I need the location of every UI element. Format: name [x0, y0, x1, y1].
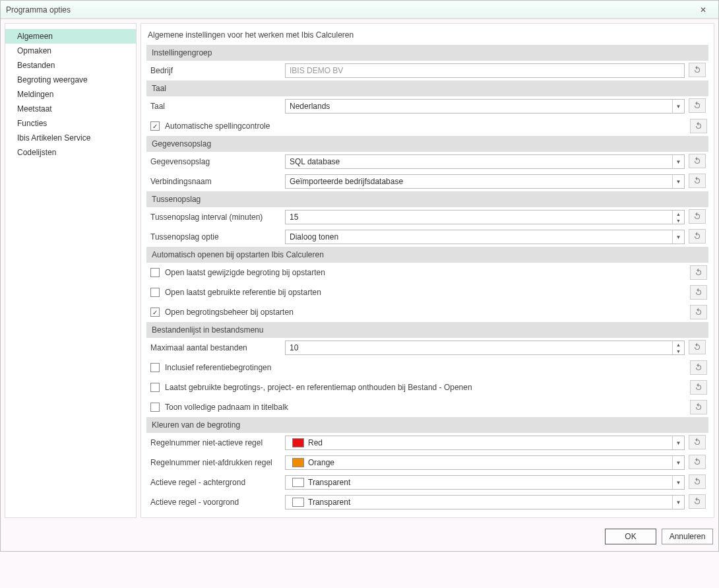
input-bedrijf[interactable]: IBIS DEMO BV — [285, 63, 685, 78]
color-swatch-transparent — [292, 478, 304, 487]
sidebar-item-meetstaat[interactable]: Meetstaat — [5, 102, 136, 116]
label-tussenopslag-optie: Tussenopslag optie — [146, 232, 285, 242]
dropdown-kleur-actief-bg[interactable]: Transparent ▼ — [285, 475, 685, 490]
reset-spellingcontrole[interactable] — [690, 119, 707, 133]
chevron-down-icon[interactable]: ▼ — [672, 436, 684, 449]
sidebar-item-begroting-weergave[interactable]: Begroting weergave — [5, 73, 136, 87]
reset-kleur-niet-actief[interactable] — [689, 435, 706, 449]
cancel-button[interactable]: Annuleren — [662, 529, 713, 544]
label-onthoud-map: Laatst gebruikte begrotings-, project- e… — [165, 383, 690, 392]
color-swatch-red — [292, 438, 304, 447]
group-kleuren: Kleuren van de begroting — [146, 417, 708, 433]
reset-kleur-niet-afdrukken[interactable] — [689, 455, 706, 469]
reset-open-begrotingsbeheer[interactable] — [690, 305, 707, 319]
window-title: Programma opties — [6, 5, 693, 15]
reset-interval[interactable] — [689, 209, 706, 224]
dropdown-store-value: SQL database — [290, 157, 672, 166]
spin-up-icon[interactable]: ▲ — [673, 341, 684, 348]
sidebar: Algemeen Opmaken Bestanden Begroting wee… — [5, 23, 137, 518]
spin-up-icon[interactable]: ▲ — [673, 211, 684, 217]
group-gegevensopslag: Gegevensopslag — [146, 136, 708, 152]
label-store: Gegevensopslag — [146, 157, 285, 166]
dropdown-taal-value: Nederlands — [290, 102, 672, 111]
sidebar-item-opmaken[interactable]: Opmaken — [5, 44, 136, 58]
dropdown-kleur-actief-fg[interactable]: Transparent ▼ — [285, 495, 685, 509]
sidebar-item-ibis-artikelen[interactable]: Ibis Artikelen Service — [5, 131, 136, 145]
color-swatch-orange — [292, 458, 304, 467]
label-interval: Tussenopslag interval (minuten) — [146, 212, 285, 222]
checkbox-open-laatst-referentie[interactable] — [150, 288, 160, 297]
sidebar-item-codelijsten[interactable]: Codelijsten — [5, 145, 136, 160]
reset-bedrijf[interactable] — [689, 63, 706, 77]
group-auto-open: Automatisch openen bij opstarten Ibis Ca… — [146, 247, 708, 263]
color-swatch-transparent — [292, 498, 304, 507]
chevron-down-icon[interactable]: ▼ — [672, 230, 684, 244]
spin-down-icon[interactable]: ▼ — [673, 348, 684, 354]
label-volledige-padnaam: Toon volledige padnaam in titelbalk — [165, 403, 690, 412]
color-value: Red — [308, 438, 668, 447]
dropdown-kleur-niet-afdrukken[interactable]: Orange ▼ — [285, 455, 685, 470]
label-conn: Verbindingsnaam — [146, 177, 285, 186]
label-kleur-actief-bg: Actieve regel - achtergrond — [146, 478, 285, 487]
reset-incl-referentie[interactable] — [690, 360, 707, 375]
label-open-laatst-referentie: Open laatst gebruikte referentie bij ops… — [165, 288, 690, 297]
sidebar-item-meldingen[interactable]: Meldingen — [5, 87, 136, 102]
label-open-laatst-begroting: Open laatst gewijzigde begroting bij ops… — [165, 268, 690, 277]
reset-open-laatst-referentie[interactable] — [690, 285, 707, 300]
ok-button[interactable]: OK — [605, 529, 656, 544]
dropdown-taal[interactable]: Nederlands ▼ — [285, 99, 685, 114]
reset-kleur-actief-bg[interactable] — [689, 474, 706, 489]
reset-optie[interactable] — [689, 229, 706, 244]
label-spellingcontrole: Automatische spellingcontrole — [165, 121, 690, 131]
label-kleur-niet-actief: Regelnummer niet-actieve regel — [146, 438, 285, 447]
footer: OK Annuleren — [1, 522, 718, 551]
label-max-bestanden: Maximaal aantal bestanden — [146, 343, 285, 352]
checkbox-open-begrotingsbeheer[interactable] — [150, 308, 160, 317]
spin-max-bestanden[interactable]: 10 ▲ ▼ — [285, 341, 685, 355]
titlebar: Programma opties ✕ — [1, 1, 718, 19]
sidebar-item-bestanden[interactable]: Bestanden — [5, 58, 136, 73]
sidebar-item-functies[interactable]: Functies — [5, 116, 136, 131]
chevron-down-icon[interactable]: ▼ — [672, 456, 684, 469]
reset-max-bestanden[interactable] — [689, 340, 706, 354]
dropdown-kleur-niet-actief[interactable]: Red ▼ — [285, 436, 685, 450]
label-kleur-niet-afdrukken: Regelnummer niet-afdrukken regel — [146, 458, 285, 467]
reset-volledige-padnaam[interactable] — [690, 400, 707, 414]
spin-interval[interactable]: 15 ▲ ▼ — [285, 210, 685, 224]
group-bestandenlijst: Bestandenlijst in bestandsmenu — [146, 322, 708, 338]
color-value: Transparent — [308, 478, 668, 487]
group-tussenopslag: Tussenopslag — [146, 191, 708, 207]
spin-interval-value: 15 — [290, 212, 672, 222]
dropdown-tussenopslag-optie[interactable]: Dialoog tonen ▼ — [285, 230, 685, 244]
label-open-begrotingsbeheer: Open begrotingsbeheer bij opstarten — [165, 308, 690, 317]
intro-text: Algemene instellingen voor het werken me… — [146, 28, 708, 45]
checkbox-volledige-padnaam[interactable] — [150, 403, 160, 412]
close-icon[interactable]: ✕ — [693, 3, 713, 16]
checkbox-onthoud-map[interactable] — [150, 383, 160, 392]
chevron-down-icon[interactable]: ▼ — [672, 155, 684, 168]
label-incl-referentie: Inclusief referentiebegrotingen — [165, 363, 690, 372]
chevron-down-icon[interactable]: ▼ — [672, 496, 684, 509]
sidebar-item-algemeen[interactable]: Algemeen — [5, 29, 136, 44]
group-taal: Taal — [146, 81, 708, 96]
chevron-down-icon[interactable]: ▼ — [672, 100, 684, 113]
reset-open-laatst-begroting[interactable] — [690, 265, 707, 280]
checkbox-open-laatst-begroting[interactable] — [150, 268, 160, 277]
options-window: Programma opties ✕ Algemeen Opmaken Best… — [0, 0, 719, 552]
reset-onthoud-map[interactable] — [690, 380, 707, 395]
spin-down-icon[interactable]: ▼ — [673, 217, 684, 224]
reset-store[interactable] — [689, 154, 706, 168]
chevron-down-icon[interactable]: ▼ — [672, 476, 684, 489]
dropdown-conn[interactable]: Geïmporteerde bedrijfsdatabase ▼ — [285, 174, 685, 189]
reset-kleur-actief-fg[interactable] — [689, 494, 706, 509]
reset-taal[interactable] — [689, 98, 706, 113]
color-value: Transparent — [308, 498, 668, 507]
checkbox-incl-referentie[interactable] — [150, 363, 160, 372]
dropdown-store[interactable]: SQL database ▼ — [285, 154, 685, 169]
chevron-down-icon[interactable]: ▼ — [672, 175, 684, 188]
reset-conn[interactable] — [689, 174, 706, 188]
dropdown-optie-value: Dialoog tonen — [290, 232, 672, 242]
checkbox-spellingcontrole[interactable] — [150, 121, 160, 131]
label-kleur-actief-fg: Actieve regel - voorgrond — [146, 498, 285, 507]
label-bedrijf: Bedrijf — [146, 66, 285, 75]
